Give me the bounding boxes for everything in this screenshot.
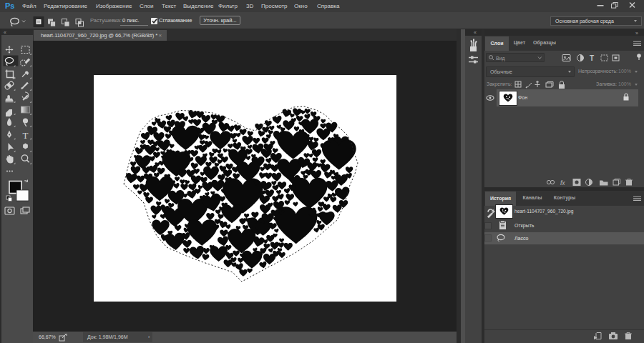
svg-text:Вид: Вид: [496, 56, 505, 61]
svg-text:T: T: [590, 54, 594, 62]
svg-text:«: «: [474, 30, 477, 35]
svg-text:T: T: [23, 130, 29, 141]
svg-text:«: «: [4, 30, 6, 35]
svg-text:fx: fx: [560, 179, 565, 187]
svg-text:»: »: [635, 31, 638, 36]
